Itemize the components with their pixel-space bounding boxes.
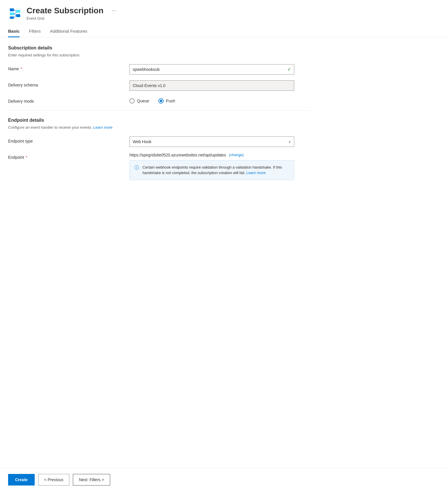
webhook-learn-more-link[interactable]: Learn more <box>246 171 265 175</box>
tab-additional-features[interactable]: Additional Features <box>50 25 87 37</box>
delivery-schema-input: Cloud Events v1.0 <box>129 80 294 91</box>
svg-rect-2 <box>10 12 14 15</box>
tab-basic[interactable]: Basic <box>8 25 20 37</box>
endpoint-type-label: Endpoint type <box>8 136 129 143</box>
svg-rect-3 <box>10 16 14 19</box>
endpoint-section-title: Endpoint details <box>8 118 310 123</box>
name-control: spwebhooksub ✓ <box>129 64 294 75</box>
subscription-section-title: Subscription details <box>8 45 310 51</box>
endpoint-type-dropdown[interactable]: Web Hook ∨ <box>129 136 294 147</box>
page-subtitle: Event Grid <box>27 16 103 21</box>
endpoint-label: Endpoint * <box>8 153 129 160</box>
webhook-info-box: ⓘ Certain webhook endpoints require vali… <box>129 160 294 180</box>
subscription-section-desc: Enter required settings for this subscri… <box>8 53 310 57</box>
section-divider <box>8 110 310 111</box>
endpoint-change-link[interactable]: (change) <box>229 153 244 157</box>
endpoint-type-row: Endpoint type Web Hook ∨ <box>8 136 310 147</box>
radio-push-label: Push <box>166 99 175 103</box>
name-label: Name * <box>8 64 129 71</box>
endpoint-learn-more-link[interactable]: Learn more <box>93 125 112 130</box>
previous-button[interactable]: < Previous <box>38 474 70 486</box>
name-input[interactable]: spwebhooksub ✓ <box>129 64 294 75</box>
bottom-bar: Create < Previous Next: Filters > <box>0 468 448 491</box>
delivery-mode-row: Delivery mode Queue Push <box>8 97 310 104</box>
info-circle-icon: ⓘ <box>134 165 139 171</box>
tab-filters[interactable]: Filters <box>29 25 41 37</box>
create-button[interactable]: Create <box>8 474 35 486</box>
svg-rect-5 <box>16 14 20 17</box>
radio-queue-circle[interactable] <box>129 98 135 104</box>
event-grid-icon <box>8 6 22 20</box>
endpoint-url-text: https://spegridsite0520.azurewebsites.ne… <box>129 153 226 157</box>
delivery-schema-control: Cloud Events v1.0 <box>129 80 294 91</box>
endpoint-required: * <box>25 155 27 160</box>
tabs-bar: Basic Filters Additional Features <box>0 25 448 37</box>
endpoint-section-desc: Configure an event handler to receive yo… <box>8 125 310 130</box>
endpoint-section: Endpoint details Configure an event hand… <box>8 118 310 180</box>
endpoint-type-control: Web Hook ∨ <box>129 136 294 147</box>
name-required: * <box>19 67 22 71</box>
page-title: Create Subscription <box>27 6 103 16</box>
radio-queue-label: Queue <box>137 99 149 103</box>
delivery-schema-label: Delivery schema <box>8 80 129 87</box>
delivery-mode-label: Delivery mode <box>8 97 129 104</box>
next-button[interactable]: Next: Filters > <box>73 474 110 486</box>
endpoint-row: Endpoint * https://spegridsite0520.azure… <box>8 153 310 180</box>
radio-push[interactable]: Push <box>158 98 175 104</box>
svg-rect-1 <box>10 8 14 11</box>
endpoint-url-row: https://spegridsite0520.azurewebsites.ne… <box>129 153 294 157</box>
main-content: Subscription details Enter required sett… <box>0 37 318 194</box>
delivery-mode-radio-group: Queue Push <box>129 97 294 104</box>
delivery-schema-row: Delivery schema Cloud Events v1.0 <box>8 80 310 91</box>
name-row: Name * spwebhooksub ✓ <box>8 64 310 75</box>
more-options-icon[interactable]: ··· <box>112 8 116 14</box>
webhook-info-text: Certain webhook endpoints require valida… <box>142 165 289 176</box>
header-text-block: Create Subscription Event Grid <box>27 6 103 21</box>
radio-queue[interactable]: Queue <box>129 98 149 104</box>
subscription-section: Subscription details Enter required sett… <box>8 45 310 104</box>
svg-rect-4 <box>16 10 20 13</box>
dropdown-chevron-icon: ∨ <box>288 140 291 144</box>
page-header: Create Subscription Event Grid ··· <box>0 0 448 25</box>
endpoint-control: https://spegridsite0520.azurewebsites.ne… <box>129 153 294 180</box>
name-valid-icon: ✓ <box>287 67 291 72</box>
radio-push-circle[interactable] <box>158 98 164 104</box>
delivery-mode-control: Queue Push <box>129 97 294 104</box>
